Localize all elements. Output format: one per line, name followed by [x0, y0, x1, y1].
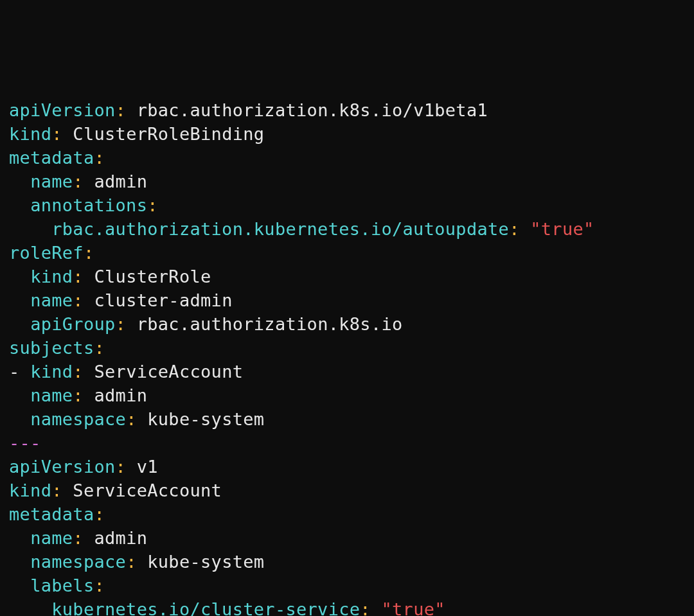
colon: : — [73, 172, 84, 191]
yaml-line: namespace: kube-system — [9, 550, 685, 574]
yaml-string: "true" — [381, 599, 445, 616]
yaml-key: roleRef — [9, 243, 84, 263]
yaml-key: name — [30, 385, 73, 405]
colon: : — [94, 148, 105, 168]
yaml-line: subjects: — [9, 337, 685, 360]
yaml-value: ClusterRole — [94, 267, 211, 286]
colon: : — [94, 576, 105, 595]
yaml-key: apiVersion — [9, 457, 116, 477]
colon: : — [73, 385, 84, 405]
yaml-string: "true" — [530, 219, 594, 239]
yaml-value: kube-system — [147, 552, 264, 572]
yaml-value: ClusterRoleBinding — [73, 124, 264, 144]
colon: : — [116, 314, 127, 334]
yaml-doc-separator: --- — [9, 433, 41, 453]
colon: : — [51, 124, 62, 144]
yaml-separator: --- — [9, 432, 685, 455]
yaml-line: namespace: kube-system — [9, 408, 685, 432]
colon: : — [73, 362, 84, 382]
colon: : — [51, 480, 62, 500]
yaml-key: kind — [9, 480, 51, 500]
yaml-line: apiVersion: v1 — [9, 455, 685, 479]
yaml-key: rbac.authorization.kubernetes.io/autoupd… — [51, 219, 509, 239]
colon: : — [84, 243, 94, 263]
colon: : — [94, 338, 105, 358]
yaml-key: namespace — [30, 409, 126, 429]
yaml-key: namespace — [30, 552, 126, 572]
yaml-key: kubernetes.io/cluster-service — [51, 599, 360, 616]
yaml-line: kind: ServiceAccount — [9, 479, 685, 503]
yaml-line: name: admin — [9, 384, 685, 408]
yaml-line: rbac.authorization.kubernetes.io/autoupd… — [9, 218, 685, 242]
yaml-line: name: cluster-admin — [9, 289, 685, 313]
yaml-line: kind: ClusterRole — [9, 265, 685, 289]
code-editor[interactable]: apiVersion: rbac.authorization.k8s.io/v1… — [9, 99, 685, 616]
yaml-key: name — [30, 172, 73, 191]
yaml-key: name — [30, 528, 73, 548]
yaml-dash: - — [9, 362, 20, 382]
yaml-key: subjects — [9, 338, 94, 358]
yaml-key: metadata — [9, 504, 94, 524]
yaml-value: ServiceAccount — [73, 480, 222, 500]
yaml-line: - kind: ServiceAccount — [9, 360, 685, 384]
yaml-line: kind: ClusterRoleBinding — [9, 123, 685, 146]
yaml-key: name — [30, 290, 73, 310]
colon: : — [509, 219, 520, 239]
yaml-line: annotations: — [9, 194, 685, 218]
colon: : — [116, 457, 127, 477]
yaml-value: cluster-admin — [94, 290, 232, 310]
colon: : — [73, 267, 84, 286]
yaml-value: rbac.authorization.k8s.io/v1beta1 — [137, 100, 488, 120]
yaml-value: admin — [94, 385, 147, 405]
yaml-key: apiVersion — [9, 100, 116, 120]
yaml-line: kubernetes.io/cluster-service: "true" — [9, 598, 685, 616]
yaml-value: ServiceAccount — [94, 362, 243, 382]
yaml-value: kube-system — [147, 409, 264, 429]
colon: : — [116, 100, 127, 120]
colon: : — [94, 504, 105, 524]
yaml-key: labels — [30, 576, 94, 595]
yaml-line: name: admin — [9, 170, 685, 194]
yaml-key: kind — [9, 124, 51, 144]
yaml-line: labels: — [9, 574, 685, 598]
colon: : — [126, 409, 137, 429]
yaml-key: kind — [30, 267, 73, 286]
yaml-value: admin — [94, 172, 147, 191]
yaml-line: metadata: — [9, 146, 685, 170]
colon: : — [73, 290, 84, 310]
yaml-line: apiVersion: rbac.authorization.k8s.io/v1… — [9, 99, 685, 123]
yaml-value: admin — [94, 528, 147, 548]
colon: : — [147, 195, 158, 215]
yaml-line: metadata: — [9, 503, 685, 527]
colon: : — [73, 528, 84, 548]
yaml-line: roleRef: — [9, 242, 685, 265]
yaml-key: kind — [30, 362, 73, 382]
colon: : — [360, 599, 371, 616]
yaml-line: name: admin — [9, 527, 685, 550]
yaml-value: v1 — [137, 457, 158, 477]
yaml-key: apiGroup — [30, 314, 115, 334]
yaml-key: annotations — [30, 195, 147, 215]
yaml-key: metadata — [9, 148, 94, 168]
yaml-value: rbac.authorization.k8s.io — [137, 314, 403, 334]
yaml-line: apiGroup: rbac.authorization.k8s.io — [9, 313, 685, 337]
colon: : — [126, 552, 137, 572]
